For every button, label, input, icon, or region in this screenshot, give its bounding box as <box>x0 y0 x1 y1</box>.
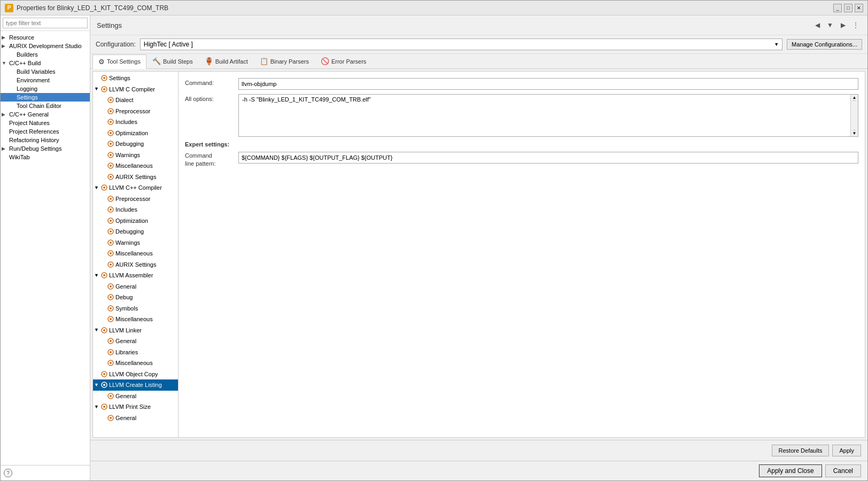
tool-tree-item-warnings-c[interactable]: Warnings <box>93 150 178 161</box>
tool-tree-label-llvm-listing: LLVM Create Listing <box>109 381 162 390</box>
config-row: Configuration: HighTec [ Active ] ▼ Mana… <box>90 35 867 54</box>
sidebar-item-resource[interactable]: ▶ Resource <box>1 33 90 42</box>
tool-tree-item-dialect[interactable]: Dialect <box>93 95 178 106</box>
tool-tree-item-llvm-asm[interactable]: ▼ LLVM Assembler <box>93 270 178 281</box>
tool-tree-item-debugging-c[interactable]: Debugging <box>93 138 178 150</box>
command-input[interactable] <box>238 78 858 90</box>
tool-tree-item-llvm-printsize[interactable]: ▼ LLVM Print Size <box>93 401 178 413</box>
tool-tree-item-symbols-asm[interactable]: Symbols <box>93 303 178 314</box>
maximize-button[interactable]: □ <box>844 4 852 12</box>
sidebar-label-logging: Logging <box>17 86 88 92</box>
back-button[interactable]: ◀ <box>812 20 823 30</box>
symbols-asm-icon <box>107 305 114 312</box>
tool-tree-item-general-listing[interactable]: General <box>93 391 178 402</box>
close-button[interactable]: ✕ <box>855 4 863 12</box>
svg-point-1 <box>103 77 105 79</box>
options-scrollbar[interactable]: ▲ ▼ <box>850 95 858 136</box>
tool-tree-item-aurix-c[interactable]: AURIX Settings <box>93 172 178 183</box>
tool-tree-item-includes-cpp[interactable]: Includes <box>93 204 178 215</box>
sidebar-item-environment[interactable]: Environment <box>1 76 90 84</box>
tool-tree-item-llvm-cpp[interactable]: ▼ LLVM C++ Compiler <box>93 182 178 193</box>
sidebar-item-cpp-general[interactable]: ▶ C/C++ General <box>1 110 90 119</box>
filter-input[interactable] <box>3 18 88 28</box>
title-bar-controls: _ □ ✕ <box>833 4 863 12</box>
sidebar-item-refactoring[interactable]: Refactoring History <box>1 136 90 144</box>
tab-tool-settings[interactable]: ⚙ Tool Settings <box>92 55 146 69</box>
tool-tree-label-settings: Settings <box>109 74 130 83</box>
tab-build-artifact[interactable]: 🏺 Build Artifact <box>199 54 254 68</box>
sidebar-item-project-refs[interactable]: Project References <box>1 127 90 136</box>
tool-tree-item-llvm-listing[interactable]: ▼ LLVM Create Listing <box>93 379 178 391</box>
tool-tree-item-aurix-cpp[interactable]: AURIX Settings <box>93 259 178 270</box>
tool-tree-label-optimization-c: Optimization <box>115 129 148 138</box>
tool-tree-item-debugging-cpp[interactable]: Debugging <box>93 226 178 237</box>
tool-tree-item-llvm-objcopy[interactable]: LLVM Object Copy <box>93 369 178 380</box>
bottom-bar: Restore Defaults Apply <box>90 440 867 461</box>
tool-tree-item-preprocessor-c[interactable]: Preprocessor <box>93 106 178 117</box>
svg-point-27 <box>110 220 112 222</box>
warnings-cpp-icon <box>107 239 114 246</box>
sidebar-label-wikitab: WikiTab <box>9 154 88 160</box>
tool-tree-item-llvm-c[interactable]: ▼ LLVM C Compiler <box>93 84 178 95</box>
tool-tree-label-general-asm: General <box>115 282 136 291</box>
sidebar-item-run-debug[interactable]: ▶ Run/Debug Settings <box>1 144 90 153</box>
scroll-down-icon[interactable]: ▼ <box>852 130 857 136</box>
help-button[interactable]: ? <box>4 469 12 477</box>
tool-tree-item-optimization-cpp[interactable]: Optimization <box>93 215 178 227</box>
tool-tree-item-general-asm[interactable]: General <box>93 281 178 292</box>
tool-tree-item-preprocessor-cpp[interactable]: Preprocessor <box>93 193 178 205</box>
preprocessor-c-icon <box>107 107 114 115</box>
restore-defaults-button[interactable]: Restore Defaults <box>772 445 830 456</box>
llvm-linker-icon <box>100 327 108 334</box>
arrow-llvm-printsize: ▼ <box>94 404 100 411</box>
forward-button[interactable]: ▶ <box>838 20 848 30</box>
scroll-up-icon[interactable]: ▲ <box>852 95 857 101</box>
tab-binary-parsers[interactable]: 📋 Binary Parsers <box>254 54 315 68</box>
tab-error-parsers[interactable]: 🚫 Error Parsers <box>315 54 372 68</box>
sidebar-item-builders[interactable]: Builders <box>1 50 90 59</box>
sidebar-item-wikitab[interactable]: WikiTab <box>1 153 90 161</box>
cmd-line-input[interactable] <box>238 152 858 164</box>
tool-tree-item-warnings-cpp[interactable]: Warnings <box>93 237 178 249</box>
svg-point-23 <box>110 198 112 200</box>
cancel-button[interactable]: Cancel <box>825 464 861 477</box>
libraries-linker-icon <box>107 348 114 356</box>
tool-tree-item-misc-c[interactable]: Miscellaneous <box>93 160 178 172</box>
sidebar-item-build-variables[interactable]: Build Variables <box>1 67 90 76</box>
sidebar-item-toolchain[interactable]: Tool Chain Editor <box>1 102 90 110</box>
nav-dropdown[interactable]: ▼ <box>825 20 835 30</box>
tool-tree-item-libraries-linker[interactable]: Libraries <box>93 347 178 358</box>
optimization-cpp-icon <box>107 217 114 224</box>
svg-point-47 <box>103 329 105 331</box>
config-dropdown[interactable]: HighTec [ Active ] ▼ <box>140 38 782 50</box>
expand-arrow-resource: ▶ <box>2 35 8 40</box>
sidebar-item-cpp-build[interactable]: ▼ C/C++ Build <box>1 59 90 67</box>
sidebar-item-project-natures[interactable]: Project Natures <box>1 119 90 127</box>
tool-tree-item-llvm-linker[interactable]: ▼ LLVM Linker <box>93 325 178 336</box>
minimize-button[interactable]: _ <box>833 4 842 12</box>
llvm-c-icon <box>100 86 108 93</box>
apply-button[interactable]: Apply <box>832 445 861 456</box>
sidebar-item-aurix[interactable]: ▶ AURIX Development Studio <box>1 42 90 50</box>
tool-tree-item-general-linker[interactable]: General <box>93 336 178 347</box>
tool-tree-item-misc-linker[interactable]: Miscellaneous <box>93 358 178 369</box>
tool-tree-item-includes-c[interactable]: Includes <box>93 117 178 128</box>
manage-configurations-button[interactable]: Manage Configurations... <box>787 39 862 50</box>
apply-and-close-button[interactable]: Apply and Close <box>759 464 821 477</box>
tool-tree-label-llvm-cpp: LLVM C++ Compiler <box>109 183 162 192</box>
sidebar-item-settings[interactable]: Settings <box>1 93 90 102</box>
sidebar-label-toolchain: Tool Chain Editor <box>17 103 88 109</box>
tool-tree-item-debug-asm[interactable]: Debug <box>93 292 178 303</box>
tool-tree-item-general-printsize[interactable]: General <box>93 413 178 424</box>
tab-build-steps[interactable]: 🔨 Build Steps <box>146 54 199 68</box>
tool-tree-item-optimization-c[interactable]: Optimization <box>93 128 178 139</box>
bottom-right: Restore Defaults Apply <box>772 445 861 456</box>
menu-button[interactable]: ⋮ <box>850 20 861 30</box>
tool-tree-item-settings[interactable]: Settings <box>93 73 178 84</box>
sidebar: ▶ Resource ▶ AURIX Development Studio Bu… <box>1 15 90 480</box>
sidebar-item-logging[interactable]: Logging <box>1 84 90 93</box>
tool-tree-item-misc-asm[interactable]: Miscellaneous <box>93 314 178 325</box>
aurix-cpp-icon <box>107 261 114 268</box>
tool-tree-label-preprocessor-c: Preprocessor <box>115 107 150 116</box>
tool-tree-item-misc-cpp[interactable]: Miscellaneous <box>93 248 178 259</box>
